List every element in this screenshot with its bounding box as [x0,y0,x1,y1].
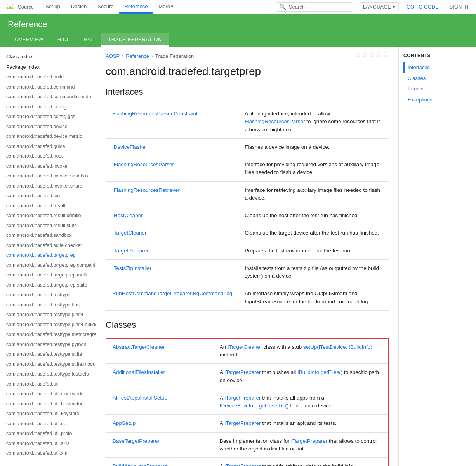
sidebar-item[interactable]: com.android.tradefed.result [0,201,96,211]
go-to-code-button[interactable]: GO TO CODE [403,3,442,11]
sidebar-item[interactable]: com.android.tradefed.device.metric [0,132,96,142]
toc-item[interactable]: Classes [403,73,471,84]
reference-header-title: Reference [8,19,468,33]
star-3[interactable]: ☆ [368,50,375,59]
interface-link[interactable]: IFlashingResourcesParser [112,162,174,167]
sidebar-item[interactable]: com.android.tradefed.targetprep.multi [0,270,96,280]
sidebar-item[interactable]: com.android.tradefed.testtype.suite.modu… [0,360,96,370]
sidebar-item[interactable]: com.android.tradefed.invoker [0,162,96,172]
interface-link[interactable]: IDeviceFlasher [112,144,147,150]
nav-link-setup[interactable]: Set up [40,0,66,14]
class-link[interactable]: AdditionalFilesInstaller [113,369,165,375]
sidebar-item[interactable]: com.android.tradefed.util.net [0,419,96,429]
sidebar-item[interactable]: com.android.tradefed.util.keystore [0,409,96,419]
desc-link[interactable]: ITargetPreparer [224,369,261,375]
desc-link[interactable]: ITargetCleaner [228,344,262,350]
tab-overview[interactable]: OVERVIEW [8,33,50,47]
interface-link[interactable]: RunHostCommandTargetPreparer.BgCommandLo… [112,290,232,296]
sidebar-item[interactable]: com.android.tradefed.sandbox [0,231,96,241]
toc-item[interactable]: Exceptions [403,94,471,105]
sidebar-item[interactable]: com.android.tradefed.build [0,72,96,82]
desc-link[interactable]: IBuildInfo.getFiles() [297,369,342,375]
sidebar-item[interactable]: com.android.tradefed.config [0,102,96,112]
sidebar-item[interactable]: com.android.tradefed.testtype.host [0,300,96,310]
star-1[interactable]: ☆ [354,50,361,59]
search-input[interactable] [289,4,343,10]
sidebar-item[interactable]: com.android.tradefed.testtype [0,290,96,300]
desc-link[interactable]: FlashingResourcesParser [245,118,305,124]
star-5[interactable]: ☆ [382,50,389,59]
sidebar-item[interactable]: com.android.tradefed.guice [0,142,96,152]
star-2[interactable]: ☆ [361,50,368,59]
tab-trade-federation[interactable]: TRADE FEDERATION [101,33,169,47]
nav-link-more[interactable]: More ▾ [153,0,179,14]
sidebar-item[interactable]: com.android.tradefed.testtype.suite [0,350,96,360]
sidebar-item[interactable]: com.android.tradefed.invoker.sandbox [0,171,96,181]
sidebar-item[interactable]: com.android.tradefed.util.sl4a [0,439,96,449]
sidebar-item[interactable]: com.android.tradefed.testtype.junit4.bui… [0,320,96,330]
sidebar-item[interactable]: com.android.tradefed.testtype.metricregr… [0,330,96,340]
interface-link[interactable]: FlashingResourcesParser.Constraint [112,111,198,116]
logo-text: Source [18,4,34,10]
sidebar-item[interactable]: com.android.tradefed.targetprep.companio… [0,261,96,271]
breadcrumb-reference[interactable]: Reference [126,53,149,59]
table-row: FlashingResourcesParser.ConstraintA filt… [106,105,389,139]
toc-item[interactable]: Enums [403,83,471,94]
sidebar-item[interactable]: com.android.tradefed.command.remote [0,92,96,102]
interface-link[interactable]: IFlashingResourcesRetriever [112,187,180,193]
sidebar-item[interactable]: com.android.tradefed.util.clockwork [0,389,96,399]
tab-hidl[interactable]: HIDL [50,33,77,47]
search-area[interactable]: 🔍 [276,2,353,12]
desc-link[interactable]: ITargetPreparer [224,420,261,426]
sidebar-item[interactable]: com.android.tradefed.util.proto [0,429,96,439]
sidebar-item[interactable]: com.android.tradefed.config.gcs [0,112,96,122]
sidebar-item[interactable]: com.android.tradefed.testtype.junit4 [0,310,96,320]
sidebar-item[interactable]: com.android.tradefed.targetprep [0,250,96,261]
android-logo-icon [5,2,16,12]
sign-in-button[interactable]: SIGN IN [446,3,471,11]
sidebar-item[interactable]: com.android.tradefed.device [0,122,96,132]
sidebar-item[interactable]: com.android.tradefed.targetprep.suite [0,280,96,290]
class-link[interactable]: AbstractTargetCleaner [113,344,165,350]
top-nav: Source Set up Design Secure Reference Mo… [0,0,476,14]
sidebar-item[interactable]: com.android.tradefed.host [0,151,96,162]
nav-link-reference[interactable]: Reference [119,0,153,14]
toc-item[interactable]: Interfaces [403,62,471,73]
interface-link[interactable]: ITestsZipInstaller [112,265,151,271]
sidebar-item[interactable]: com.android.tradefed.suite.checker [0,241,96,251]
toc-title: Contents [403,53,471,58]
sidebar-section-header[interactable]: Package Index [0,62,96,72]
tab-hal[interactable]: HAL [76,33,101,47]
sidebar-item[interactable]: com.android.tradefed.result.ddmlib [0,211,96,221]
sidebar-item[interactable]: com.android.tradefed.log [0,191,96,201]
class-link[interactable]: BuildAttributesPreparer [113,463,167,466]
interface-link[interactable]: IHostCleaner [112,212,143,218]
desc-link[interactable]: ITargetPreparer [224,395,261,401]
desc-link[interactable]: ITargetPreparer [224,463,261,466]
desc-link[interactable]: setUp(ITestDevice, IBuildInfo) [303,344,372,350]
interfaces-heading: Interfaces [106,87,389,100]
class-link[interactable]: AppSetup [113,420,136,426]
table-row: ITestsZipInstallerInstalls tests from a … [106,259,389,285]
breadcrumb-aosp[interactable]: AOSP [106,53,120,59]
sidebar-item[interactable]: com.android.tradefed.testtype.testdefs [0,369,96,379]
star-4[interactable]: ☆ [375,50,382,59]
logo[interactable]: Source [5,2,34,12]
sidebar-item[interactable]: com.android.tradefed.command [0,82,96,92]
nav-link-secure[interactable]: Secure [92,0,119,14]
desc-link[interactable]: ITargetPreparer [291,438,327,444]
sidebar-item[interactable]: com.android.tradefed.util [0,379,96,389]
sidebar-item[interactable]: com.android.tradefed.util.xml [0,449,96,459]
sidebar-item[interactable]: com.android.tradefed.invoker.shard [0,181,96,191]
class-link[interactable]: BaseTargetPreparer [113,438,160,444]
interface-link[interactable]: ITargetPreparer [112,248,149,254]
class-link[interactable]: AllTestAppsInstallSetup [113,395,167,401]
sidebar-item[interactable]: com.android.tradefed.testtype.python [0,340,96,350]
nav-link-design[interactable]: Design [66,0,92,14]
sidebar-section-header[interactable]: Class Index [0,51,96,62]
language-button[interactable]: LANGUAGE ▾ [360,2,399,11]
desc-link[interactable]: IDeviceBuildInfo.getTestsDir() [220,403,289,409]
sidebar-item[interactable]: com.android.tradefed.util.hostmetric [0,399,96,409]
sidebar-item[interactable]: com.android.tradefed.result.suite [0,221,96,231]
interface-link[interactable]: ITargetCleaner [112,230,147,236]
